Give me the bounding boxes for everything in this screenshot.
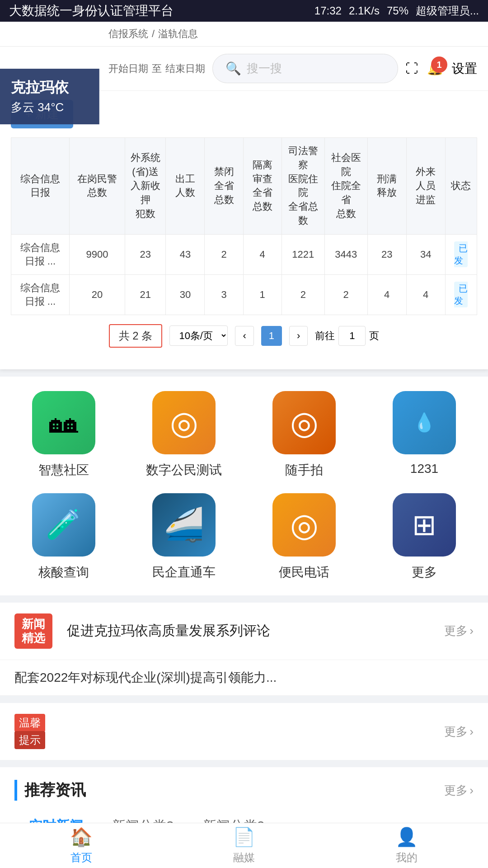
app-item-convenience-phone[interactable]: ◎ 便民电话 xyxy=(251,493,357,581)
table-row[interactable]: 综合信息日报 ... 9900 23 43 2 4 1221 3443 23 3… xyxy=(11,234,477,274)
nav-media[interactable]: 📄 融媒 xyxy=(163,823,325,868)
td-c8-1: 23 xyxy=(367,234,406,274)
admin-label: 超级管理员... xyxy=(416,4,479,18)
td-c7-1: 3443 xyxy=(324,234,367,274)
th-workers: 出工人数 xyxy=(166,138,205,235)
app-label-quick-photo: 随手拍 xyxy=(285,462,323,479)
breadcrumb-bar: 信报系统 / 溢轨信息 xyxy=(0,22,488,47)
td-c9-1: 34 xyxy=(406,234,445,274)
nav-profile-label: 我的 xyxy=(396,850,418,865)
page-label: 页 xyxy=(369,329,379,343)
page-next-btn[interactable]: › xyxy=(289,326,308,346)
news-selected-header: 新闻精选 促进克拉玛依高质量发展系列评论 更多 › xyxy=(0,603,488,660)
app-label-more-apps: 更多 xyxy=(412,564,437,581)
search-right-icons: ⛶ 🔔 1 设置 xyxy=(405,60,477,77)
warm-badge-top: 温馨 xyxy=(14,714,45,732)
th-social-hosp: 社会医院住院全省总数 xyxy=(324,138,367,235)
th-isolation: 隔离审查全省总数 xyxy=(243,138,282,235)
th-outside: 外来人员进监 xyxy=(406,138,445,235)
td-status-2: 已发 xyxy=(445,274,477,315)
weather-temp: 多云 34°C xyxy=(11,99,88,115)
td-c5-2: 1 xyxy=(243,274,282,315)
status-speed: 2.1K/s xyxy=(349,5,380,17)
app-icon-more-apps: ⊞ xyxy=(393,493,456,557)
td-c6-1: 1221 xyxy=(282,234,324,274)
fullscreen-icon[interactable]: ⛶ xyxy=(405,61,418,76)
profile-icon: 👤 xyxy=(395,826,418,848)
breadcrumb-1: 信报系统 xyxy=(108,27,148,41)
status-bar-title: 大数据统一身份认证管理平台 xyxy=(9,2,174,19)
app-label-1231: 1231 xyxy=(410,462,438,476)
page-1-btn[interactable]: 1 xyxy=(261,326,282,346)
app-icon-1231: 💧 xyxy=(393,391,456,454)
app-label-digital-citizen: 数字公民测试 xyxy=(146,462,222,479)
app-icon-smart-community: 🏘 xyxy=(32,391,95,454)
app-item-1231[interactable]: 💧 1231 xyxy=(371,391,477,479)
page-jump-input[interactable] xyxy=(338,326,366,346)
app-item-quick-photo[interactable]: ◎ 随手拍 xyxy=(251,391,357,479)
app-item-nucleic-acid[interactable]: 🧪 核酸查询 xyxy=(11,493,117,581)
breadcrumb-sep: / xyxy=(152,28,155,40)
nav-profile[interactable]: 👤 我的 xyxy=(325,823,488,868)
data-table: 综合信息日报 在岗民警总数 外系统(省)送入新收押犯数 出工人数 禁闭全省总数 … xyxy=(11,137,477,315)
td-c7-2: 2 xyxy=(324,274,367,315)
th-report-name: 综合信息日报 xyxy=(11,138,70,235)
app-item-digital-citizen[interactable]: ◎ 数字公民测试 xyxy=(131,391,237,479)
status-bar: 大数据统一身份认证管理平台 17:32 2.1K/s 75% 超级管理员... xyxy=(0,0,488,22)
media-icon: 📄 xyxy=(233,826,255,848)
app-grid: 🏘 智慧社区 ◎ 数字公民测试 ◎ 随手拍 💧 1231 🧪 核酸查询 🚄 民企… xyxy=(11,391,477,581)
search-placeholder: 搜一搜 xyxy=(247,61,282,76)
search-box[interactable]: 🔍 搜一搜 xyxy=(212,54,398,83)
weather-widget: 克拉玛依 多云 34°C xyxy=(0,69,99,124)
settings-text[interactable]: 设置 xyxy=(452,60,477,77)
news-item-2[interactable]: 配套2022年对标现代企业(深圳)提高引领能力... xyxy=(0,660,488,696)
recommend-more-label: 更多 xyxy=(444,783,468,798)
td-name-1: 综合信息日报 ... xyxy=(11,234,70,274)
page-jump: 前往 页 xyxy=(315,326,379,346)
pagination: 共 2 条 10条/页 20条/页 50条/页 ‹ 1 › 前往 页 xyxy=(11,315,477,357)
th-judicial-hosp: 司法警察医院住院全省总数 xyxy=(282,138,324,235)
app-icon-convenience-phone: ◎ xyxy=(272,493,336,557)
th-external: 外系统(省)送入新收押犯数 xyxy=(125,138,165,235)
app-icon-quick-photo: ◎ xyxy=(272,391,336,454)
news-selected-section: 新闻精选 促进克拉玛依高质量发展系列评论 更多 › 配套2022年对标现代企业(… xyxy=(0,603,488,696)
page-prev-btn[interactable]: ‹ xyxy=(235,326,253,346)
app-icon-digital-citizen: ◎ xyxy=(152,391,216,454)
status-time: 17:32 xyxy=(314,5,342,17)
td-c3-2: 30 xyxy=(166,274,205,315)
app-grid-section: 🏘 智慧社区 ◎ 数字公民测试 ◎ 随手拍 💧 1231 🧪 核酸查询 🚄 民企… xyxy=(0,377,488,595)
td-c1-1: 9900 xyxy=(69,234,125,274)
app-item-more-apps[interactable]: ⊞ 更多 xyxy=(371,493,477,581)
page-size-select[interactable]: 10条/页 20条/页 50条/页 xyxy=(169,326,228,346)
recommend-more-link[interactable]: 更多 › xyxy=(444,783,474,798)
news-badge: 新闻精选 xyxy=(14,613,52,649)
nav-home[interactable]: 🏠 首页 xyxy=(0,823,163,868)
nav-media-label: 融媒 xyxy=(233,850,255,865)
warm-tips-section: 温馨 提示 更多 › xyxy=(0,703,488,760)
td-c4-2: 3 xyxy=(205,274,243,315)
td-c1-2: 20 xyxy=(69,274,125,315)
news-more-link[interactable]: 更多 › xyxy=(444,623,474,639)
td-c8-2: 4 xyxy=(367,274,406,315)
date-filter: 开始日期 至 结束日期 xyxy=(108,62,205,75)
recommend-header: 推荐资讯 更多 › xyxy=(0,767,488,810)
th-closed: 禁闭全省总数 xyxy=(205,138,243,235)
table-header-row: 综合信息日报 在岗民警总数 外系统(省)送入新收押犯数 出工人数 禁闭全省总数 … xyxy=(11,138,477,235)
table-row[interactable]: 综合信息日报 ... 20 21 30 3 1 2 2 4 4 已发 xyxy=(11,274,477,315)
td-c4-1: 2 xyxy=(205,234,243,274)
app-label-smart-community: 智慧社区 xyxy=(38,462,89,479)
app-item-enterprise-bus[interactable]: 🚄 民企直通车 xyxy=(131,493,237,581)
recommend-more-arrow: › xyxy=(469,783,474,797)
warm-tips-more-link[interactable]: 更多 › xyxy=(444,724,474,740)
app-item-smart-community[interactable]: 🏘 智慧社区 xyxy=(11,391,117,479)
th-police: 在岗民警总数 xyxy=(69,138,125,235)
td-c2-2: 21 xyxy=(125,274,165,315)
td-c3-1: 43 xyxy=(166,234,205,274)
app-label-convenience-phone: 便民电话 xyxy=(279,564,329,581)
th-release: 刑满释放 xyxy=(367,138,406,235)
table-section: + 新建 综合信息日报 在岗民警总数 外系统(省)送入新收押犯数 出工人数 禁闭… xyxy=(0,91,488,366)
table-body: 综合信息日报 ... 9900 23 43 2 4 1221 3443 23 3… xyxy=(11,234,477,315)
date-from-label: 开始日期 xyxy=(108,62,148,75)
warm-tips-more-label: 更多 xyxy=(444,724,468,740)
nav-home-label: 首页 xyxy=(70,850,92,865)
